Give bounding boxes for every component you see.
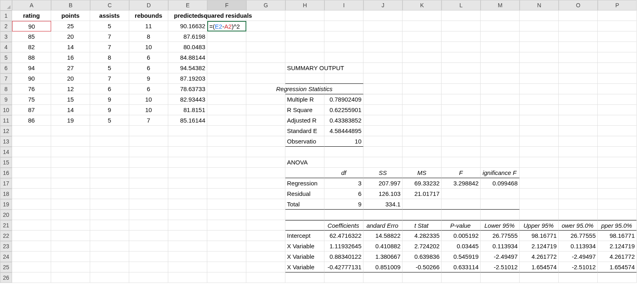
cell-C25[interactable]: [90, 262, 129, 272]
cell-L20[interactable]: [442, 210, 481, 220]
cell-G13[interactable]: [246, 136, 285, 147]
cell-P23[interactable]: 2.124719: [598, 241, 637, 252]
cell-L5[interactable]: [442, 52, 481, 63]
cell-K9[interactable]: [402, 94, 442, 105]
cell-K21[interactable]: t Stat: [402, 220, 442, 231]
cell-H2[interactable]: [285, 21, 324, 31]
cell-J20[interactable]: [363, 210, 402, 220]
cell-J26[interactable]: [363, 272, 402, 283]
cell-P21[interactable]: pper 95.0%: [598, 220, 637, 231]
cell-K11[interactable]: [402, 115, 442, 126]
row-header-18[interactable]: 18: [0, 189, 12, 199]
cell-N2[interactable]: [520, 21, 559, 31]
cell-O25[interactable]: -2.51012: [559, 262, 598, 272]
cell-K13[interactable]: [402, 136, 442, 147]
row-header-6[interactable]: 6: [0, 63, 12, 73]
cell-D24[interactable]: [129, 252, 168, 262]
cell-O19[interactable]: [559, 199, 598, 210]
cell-D5[interactable]: 6: [129, 52, 168, 63]
cell-D20[interactable]: [129, 210, 168, 220]
cell-D23[interactable]: [129, 241, 168, 252]
row-header-12[interactable]: 12: [0, 126, 12, 136]
cell-F14[interactable]: [207, 147, 246, 157]
row-header-3[interactable]: 3: [0, 31, 12, 42]
cell-P8[interactable]: [598, 84, 637, 94]
cell-A5[interactable]: 88: [12, 52, 51, 63]
cell-B25[interactable]: [51, 262, 90, 272]
cell-E12[interactable]: [168, 126, 207, 136]
cell-E4[interactable]: 80.0483: [168, 42, 207, 52]
cell-B3[interactable]: 20: [51, 31, 90, 42]
cell-E5[interactable]: 84.88144: [168, 52, 207, 63]
cell-L26[interactable]: [442, 272, 481, 283]
cell-I24[interactable]: 0.88340122: [324, 252, 363, 262]
cell-F1[interactable]: squared residuals: [207, 10, 246, 21]
cell-J14[interactable]: [363, 147, 402, 157]
col-header-K[interactable]: K: [402, 0, 442, 10]
cell-I13[interactable]: 10: [324, 136, 363, 147]
cell-I1[interactable]: [324, 10, 363, 21]
cell-A17[interactable]: [12, 178, 51, 189]
cell-O5[interactable]: [559, 52, 598, 63]
cell-J8[interactable]: [363, 84, 402, 94]
cell-E23[interactable]: [168, 241, 207, 252]
cell-D4[interactable]: 10: [129, 42, 168, 52]
cell-D11[interactable]: 7: [129, 115, 168, 126]
cell-A4[interactable]: 82: [12, 42, 51, 52]
cell-B4[interactable]: 14: [51, 42, 90, 52]
cell-E8[interactable]: 78.63733: [168, 84, 207, 94]
cell-K5[interactable]: [402, 52, 442, 63]
cell-K10[interactable]: [402, 105, 442, 115]
cell-D25[interactable]: [129, 262, 168, 272]
cell-G17[interactable]: [246, 178, 285, 189]
cell-J13[interactable]: [363, 136, 402, 147]
cell-G2[interactable]: [246, 21, 285, 31]
cell-J3[interactable]: [363, 31, 402, 42]
cell-C11[interactable]: 5: [90, 115, 129, 126]
cell-E22[interactable]: [168, 231, 207, 241]
cell-H10[interactable]: R Square: [285, 105, 324, 115]
cell-P12[interactable]: [598, 126, 637, 136]
cell-O24[interactable]: -2.49497: [559, 252, 598, 262]
cell-K12[interactable]: [402, 126, 442, 136]
cell-P11[interactable]: [598, 115, 637, 126]
cell-N4[interactable]: [520, 42, 559, 52]
row-header-9[interactable]: 9: [0, 94, 12, 105]
cell-E16[interactable]: [168, 168, 207, 178]
cell-G11[interactable]: [246, 115, 285, 126]
cell-N20[interactable]: [520, 210, 559, 220]
cell-I23[interactable]: 1.11932645: [324, 241, 363, 252]
col-header-P[interactable]: P: [598, 0, 637, 10]
cell-K22[interactable]: 4.282335: [402, 231, 442, 241]
cell-B9[interactable]: 15: [51, 94, 90, 105]
cell-A14[interactable]: [12, 147, 51, 157]
cell-N6[interactable]: [520, 63, 559, 73]
cell-H4[interactable]: [285, 42, 324, 52]
cell-H23[interactable]: X Variable: [285, 241, 324, 252]
col-header-I[interactable]: I: [324, 0, 363, 10]
cell-D18[interactable]: [129, 189, 168, 199]
cell-D1[interactable]: rebounds: [129, 10, 168, 21]
cell-H14[interactable]: [285, 147, 324, 157]
cell-F7[interactable]: [207, 73, 246, 84]
cell-A22[interactable]: [12, 231, 51, 241]
cell-P5[interactable]: [598, 52, 637, 63]
cell-G7[interactable]: [246, 73, 285, 84]
cell-K23[interactable]: 2.724202: [402, 241, 442, 252]
cell-D19[interactable]: [129, 199, 168, 210]
cell-E17[interactable]: [168, 178, 207, 189]
cell-F2[interactable]: =(E2-A2)^2: [207, 21, 246, 31]
cell-C10[interactable]: 9: [90, 105, 129, 115]
cell-N11[interactable]: [520, 115, 559, 126]
cell-C17[interactable]: [90, 178, 129, 189]
cell-O13[interactable]: [559, 136, 598, 147]
cell-B20[interactable]: [51, 210, 90, 220]
row-header-2[interactable]: 2: [0, 21, 12, 31]
row-header-19[interactable]: 19: [0, 199, 12, 210]
cell-O3[interactable]: [559, 31, 598, 42]
cell-B22[interactable]: [51, 231, 90, 241]
cell-D3[interactable]: 8: [129, 31, 168, 42]
cell-N7[interactable]: [520, 73, 559, 84]
cell-P6[interactable]: [598, 63, 637, 73]
cell-H19[interactable]: Total: [285, 199, 324, 210]
